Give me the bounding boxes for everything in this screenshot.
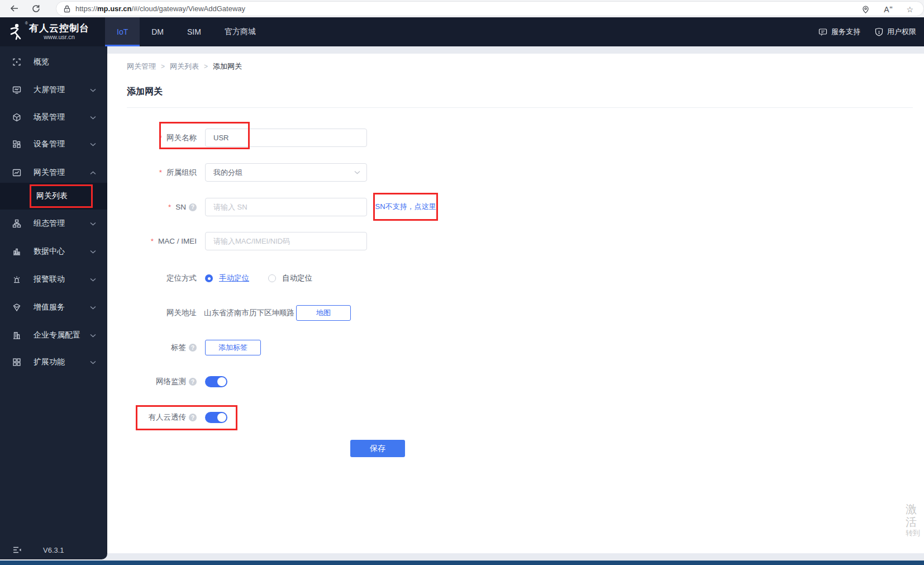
org-chart-icon (12, 219, 21, 228)
app-header: ® 有人云控制台 www.usr.cn IoT DM SIM 官方商城 服务支持… (0, 17, 924, 46)
chevron-down-icon (90, 360, 96, 364)
form-row-address: 网关地址 山东省济南市历下区坤顺路 地图 (134, 305, 351, 321)
collapse-menu-icon[interactable] (12, 546, 22, 554)
sidebar-item-screen-mgmt[interactable]: 大屏管理 (0, 79, 107, 101)
breadcrumb-separator: > (204, 63, 208, 70)
form-row-mac: MAC / IMEI (134, 232, 367, 250)
sidebar-subitem-gateway-list[interactable]: 网关列表 (0, 183, 107, 210)
lock-icon (64, 5, 70, 13)
add-tag-button[interactable]: 添加标签 (205, 340, 261, 355)
mac-input[interactable] (205, 232, 367, 250)
chevron-down-icon (90, 278, 96, 282)
select-caret-icon (354, 170, 360, 174)
main-content-card: 网关管理 > 网关列表 > 添加网关 添加网关 网关名称 所属组织 我的分组 (107, 54, 924, 553)
manual-positioning-option[interactable]: 手动定位 (219, 273, 249, 283)
auto-positioning-radio[interactable] (268, 274, 276, 282)
highlight-box-sn-help: SN不支持，点这里 (373, 193, 438, 221)
brand-title: 有人云控制台 (29, 23, 89, 34)
brand-logo[interactable]: ® 有人云控制台 www.usr.cn (0, 17, 107, 46)
gateway-name-input[interactable] (205, 129, 367, 147)
address-label: 网关地址 (134, 308, 197, 318)
browser-toolbar: https://mp.usr.cn/#/cloud/gateway/ViewAd… (0, 0, 924, 17)
sidebar-item-overview[interactable]: 概览 (0, 51, 107, 73)
device-grid-icon (12, 140, 21, 149)
bar-chart-icon (12, 247, 21, 256)
bottom-taskbar-strip (0, 561, 924, 565)
sidebar-item-data-center[interactable]: 数据中心 (0, 240, 107, 263)
address-value: 山东省济南市历下区坤顺路 (204, 308, 294, 318)
chevron-down-icon (90, 88, 96, 92)
sidebar-item-value-added-services[interactable]: 增值服务 (0, 296, 107, 319)
form-row-gateway-name: 网关名称 (134, 129, 367, 147)
chevron-down-icon (90, 334, 96, 338)
gem-icon (12, 303, 21, 312)
sidebar-item-gateway-mgmt[interactable]: 网关管理 (0, 162, 107, 184)
sidebar-item-scene-mgmt[interactable]: 场景管理 (0, 106, 107, 129)
breadcrumb-separator: > (161, 63, 165, 70)
auto-positioning-option[interactable]: 自动定位 (282, 273, 312, 283)
sidebar-item-enterprise-config[interactable]: 企业专属配置 (0, 324, 107, 346)
tags-label: 标签 (134, 343, 197, 353)
user-permission-button[interactable]: 用户权限 (875, 27, 916, 37)
tab-iot[interactable]: IoT (105, 17, 140, 46)
help-question-icon[interactable] (189, 344, 197, 352)
sidebar-item-alarm-linkage[interactable]: 报警联动 (0, 268, 107, 291)
version-label: V6.3.1 (43, 546, 64, 554)
help-question-icon[interactable] (189, 203, 197, 211)
tab-dm[interactable]: DM (140, 17, 175, 46)
screen: https://mp.usr.cn/#/cloud/gateway/ViewAd… (0, 0, 924, 565)
form-row-sn: SN (134, 198, 367, 216)
cloud-passthrough-toggle[interactable] (205, 412, 227, 423)
chevron-down-icon (90, 116, 96, 120)
map-button[interactable]: 地图 (296, 305, 351, 321)
positioning-label: 定位方式 (134, 273, 197, 283)
save-button[interactable]: 保存 (350, 440, 405, 457)
sidebar-item-configuration-mgmt[interactable]: 组态管理 (0, 212, 107, 235)
network-monitor-toggle[interactable] (205, 376, 227, 387)
chat-bubble-icon (818, 28, 827, 36)
breadcrumb: 网关管理 > 网关列表 > 添加网关 (127, 61, 242, 72)
help-question-icon[interactable] (189, 414, 197, 421)
page-title: 添加网关 (127, 86, 163, 98)
big-screen-icon (12, 86, 21, 94)
geolocation-icon[interactable] (861, 4, 870, 14)
form-row-positioning: 定位方式 手动定位 自动定位 (134, 272, 312, 284)
organization-selected-value: 我的分组 (213, 168, 242, 178)
mac-label: MAC / IMEI (134, 237, 197, 245)
overview-icon (12, 58, 21, 67)
chevron-down-icon (90, 306, 96, 310)
network-monitor-label: 网络监测 (134, 377, 197, 387)
help-question-icon[interactable] (189, 378, 197, 386)
tab-sim[interactable]: SIM (175, 17, 213, 46)
form-row-network-monitor: 网络监测 (134, 376, 227, 388)
sn-input[interactable] (205, 198, 367, 216)
url-text: https://mp.usr.cn/#/cloud/gateway/ViewAd… (75, 4, 245, 13)
breadcrumb-gateway-mgmt[interactable]: 网关管理 (127, 61, 156, 72)
browser-back-icon[interactable] (8, 2, 21, 15)
tab-official-store[interactable]: 官方商城 (213, 17, 268, 46)
top-nav-tabs: IoT DM SIM 官方商城 (105, 17, 268, 46)
brand-subtitle: www.usr.cn (44, 34, 75, 41)
breadcrumb-gateway-list[interactable]: 网关列表 (170, 61, 199, 72)
cloud-passthrough-label: 有人云透传 (134, 412, 197, 422)
form-row-cloud-passthrough: 有人云透传 (134, 411, 227, 424)
manual-positioning-radio[interactable] (205, 274, 213, 282)
shield-icon (875, 27, 883, 36)
organization-select[interactable]: 我的分组 (205, 163, 367, 182)
favorite-star-icon[interactable]: ☆ (906, 5, 913, 14)
sidebar-item-extended-functions[interactable]: 扩展功能 (0, 351, 107, 373)
browser-address-bar[interactable]: https://mp.usr.cn/#/cloud/gateway/ViewAd… (56, 1, 924, 16)
activation-watermark: 激活 转到 (906, 503, 924, 538)
sidebar-item-device-mgmt[interactable]: 设备管理 (0, 133, 107, 155)
form-row-tags: 标签 添加标签 (134, 340, 261, 355)
read-aloud-icon[interactable]: Aʺ (884, 5, 893, 14)
apps-grid-icon (12, 358, 21, 367)
sidebar: 概览 大屏管理 场景管理 设备管理 网关管理 网关列表 组态 (0, 46, 107, 559)
chevron-down-icon (90, 222, 96, 226)
usr-person-icon: ® (7, 23, 24, 41)
sn-label: SN (134, 203, 197, 211)
browser-refresh-icon[interactable] (29, 2, 42, 15)
service-support-button[interactable]: 服务支持 (818, 27, 860, 37)
chevron-down-icon (90, 250, 96, 254)
sn-not-supported-link[interactable]: SN不支持，点这里 (375, 202, 436, 212)
